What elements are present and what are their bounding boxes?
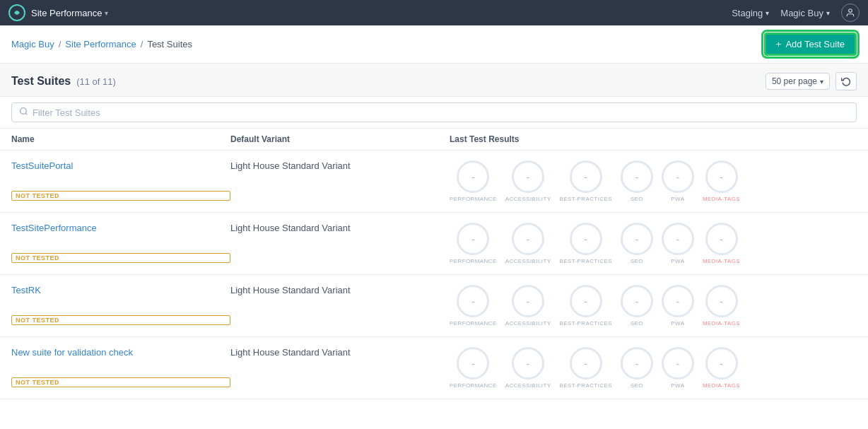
breadcrumb: Magic Buy / Site Performance / Test Suit…: [11, 39, 192, 49]
score-circle: -: [512, 347, 544, 380]
suite-name[interactable]: New suite for validation check: [11, 347, 230, 358]
page-header: Test Suites (11 of 11) 50 per page ▾: [0, 64, 868, 97]
score-label: SEO: [631, 196, 643, 202]
staging-menu[interactable]: Staging ▾: [732, 8, 769, 18]
score-circle: -: [662, 223, 694, 255]
score-label: MEDIA-TAGS: [703, 320, 740, 327]
results-col: -PERFORMANCE-ACCESSIBILITY-BEST-PRACTICE…: [450, 285, 857, 327]
score-label: SEO: [631, 320, 643, 327]
score-circle: -: [512, 223, 544, 255]
score-circle: -: [512, 285, 544, 317]
svg-point-2: [20, 108, 27, 114]
magic-buy-menu[interactable]: Magic Buy ▾: [780, 8, 830, 18]
top-nav: Site Performance ▾ Staging ▾ Magic Buy ▾: [0, 0, 868, 25]
score-wrap: -PERFORMANCE: [450, 160, 497, 202]
score-label: ACCESSIBILITY: [505, 382, 551, 389]
score-wrap: -ACCESSIBILITY: [505, 223, 551, 264]
refresh-button[interactable]: [835, 72, 857, 90]
score-circle: -: [705, 285, 738, 317]
per-page-select[interactable]: 50 per page ▾: [766, 73, 830, 90]
table-row: TestSuitePortalNOT TESTEDLight House Sta…: [0, 151, 868, 213]
score-wrap: -MEDIA-TAGS: [703, 347, 740, 389]
app-title[interactable]: Site Performance ▾: [31, 8, 108, 18]
breadcrumb-sep-1: /: [59, 39, 61, 49]
variant-name: Light House Standard Variant: [230, 160, 450, 171]
col-header-variant: Default Variant: [230, 134, 450, 144]
app-logo-icon: [8, 4, 25, 21]
suite-name[interactable]: TestSuitePortal: [11, 160, 230, 171]
score-label: ACCESSIBILITY: [505, 258, 551, 264]
score-circle: -: [705, 223, 738, 255]
table-header: Name Default Variant Last Test Results: [0, 129, 868, 151]
breadcrumb-site-performance[interactable]: Site Performance: [65, 39, 136, 49]
score-wrap: -PERFORMANCE: [450, 285, 497, 327]
filter-row: [0, 97, 868, 129]
score-wrap: -PERFORMANCE: [450, 223, 497, 264]
breadcrumb-test-suites: Test Suites: [147, 39, 192, 49]
breadcrumb-sep-2: /: [141, 39, 143, 49]
score-circle: -: [662, 347, 694, 380]
add-icon: +: [776, 39, 782, 49]
score-wrap: -PWA: [662, 223, 694, 264]
score-circle: -: [457, 347, 489, 380]
score-wrap: -SEO: [621, 160, 653, 202]
score-circle: -: [705, 160, 738, 193]
add-button-label: Add Test Suite: [785, 39, 845, 49]
suite-name[interactable]: TestRK: [11, 285, 230, 295]
score-circle: -: [662, 160, 694, 193]
score-label: BEST-PRACTICES: [559, 196, 612, 202]
score-circle: -: [570, 285, 602, 317]
score-label: ACCESSIBILITY: [505, 320, 551, 327]
score-wrap: -PERFORMANCE: [450, 347, 497, 389]
score-circle: -: [570, 347, 602, 380]
variant-name: Light House Standard Variant: [230, 223, 450, 233]
breadcrumb-magic-buy[interactable]: Magic Buy: [11, 39, 54, 49]
score-wrap: -BEST-PRACTICES: [559, 160, 612, 202]
filter-input-wrap: [11, 102, 857, 122]
score-circle: -: [570, 160, 602, 193]
score-wrap: -SEO: [621, 223, 653, 264]
col-header-results: Last Test Results: [450, 134, 857, 144]
variant-col: Light House Standard Variant: [230, 160, 450, 171]
score-wrap: -ACCESSIBILITY: [505, 285, 551, 327]
score-label: BEST-PRACTICES: [559, 382, 612, 389]
suite-name[interactable]: TestSitePerformance: [11, 223, 230, 233]
score-circle: -: [457, 160, 489, 193]
search-icon: [19, 107, 28, 118]
filter-input[interactable]: [33, 107, 849, 118]
score-circle: -: [570, 223, 602, 255]
score-circle: -: [621, 160, 653, 193]
user-avatar[interactable]: [841, 4, 860, 22]
score-circle: -: [512, 160, 544, 193]
variant-col: Light House Standard Variant: [230, 285, 450, 295]
score-label: MEDIA-TAGS: [703, 196, 740, 202]
score-label: PWA: [671, 258, 684, 264]
score-label: PWA: [671, 196, 684, 202]
score-label: PWA: [671, 382, 684, 389]
score-circle: -: [662, 285, 694, 317]
page-title-wrap: Test Suites (11 of 11): [11, 75, 116, 88]
score-wrap: -BEST-PRACTICES: [559, 223, 612, 264]
score-label: PERFORMANCE: [450, 320, 497, 327]
score-wrap: -PWA: [662, 285, 694, 327]
score-wrap: -BEST-PRACTICES: [559, 285, 612, 327]
score-wrap: -MEDIA-TAGS: [703, 223, 740, 264]
not-tested-badge: NOT TESTED: [11, 191, 230, 201]
variant-col: Light House Standard Variant: [230, 347, 450, 358]
table-row: New suite for validation checkNOT TESTED…: [0, 337, 868, 399]
score-circle: -: [621, 223, 653, 255]
table-body: TestSuitePortalNOT TESTEDLight House Sta…: [0, 151, 868, 399]
score-label: ACCESSIBILITY: [505, 196, 551, 202]
score-label: PWA: [671, 320, 684, 327]
refresh-icon: [841, 76, 851, 86]
col-header-name: Name: [11, 134, 230, 144]
content-wrapper: Magic Buy / Site Performance / Test Suit…: [0, 25, 868, 429]
score-circle: -: [457, 285, 489, 317]
score-wrap: -PWA: [662, 160, 694, 202]
not-tested-badge: NOT TESTED: [11, 315, 230, 325]
score-label: PERFORMANCE: [450, 382, 497, 389]
add-test-suite-button[interactable]: + Add Test Suite: [764, 33, 857, 56]
score-wrap: -MEDIA-TAGS: [703, 285, 740, 327]
nav-left: Site Performance ▾: [8, 4, 108, 21]
not-tested-badge: NOT TESTED: [11, 253, 230, 263]
